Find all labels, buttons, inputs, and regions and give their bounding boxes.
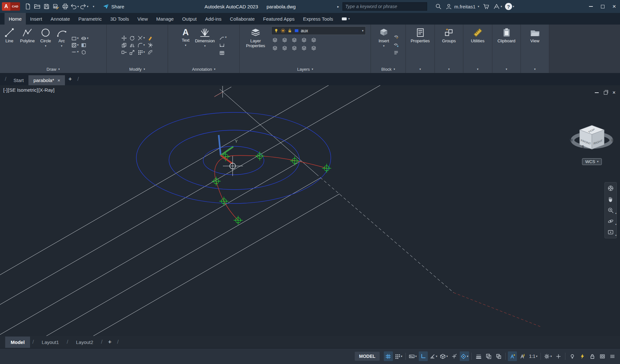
window-maximize-button[interactable] (597, 0, 608, 13)
utilities-panel-expander[interactable]: ▾ (463, 66, 492, 73)
ucs-icon[interactable]: Y (219, 135, 238, 163)
ribbon-tab-home[interactable]: Home (5, 13, 26, 25)
isometric-drafting-button[interactable]: ▾ (439, 351, 449, 361)
utilities-button[interactable]: Utilities (470, 26, 486, 64)
leader-button[interactable]: ▾ (219, 35, 227, 40)
block-panel-expander[interactable]: Block▾ (371, 66, 405, 73)
workspace-caret[interactable]: ▾ (550, 355, 552, 358)
open-file-button[interactable] (33, 2, 41, 11)
scale-button[interactable] (129, 49, 135, 55)
file-tab-start[interactable]: Start (9, 75, 29, 85)
polar-tracking-button[interactable]: ▾ (429, 351, 438, 361)
snap-mode-caret[interactable]: ▾ (401, 355, 403, 358)
move-button[interactable] (121, 35, 127, 41)
save-button[interactable] (42, 2, 51, 11)
viewcube[interactable]: N TOP FRONT RIGHT W E S WCS ▾ (568, 113, 616, 168)
mirror-button[interactable] (129, 42, 135, 48)
line-button[interactable]: Line (3, 26, 16, 64)
drawing-area[interactable]: Y [-] [SE Isometric] [X-Ray] × N TOP FRO… (0, 85, 620, 336)
dimension-button[interactable]: Dimension ▾ (194, 26, 216, 64)
layer-thaw-button[interactable] (291, 45, 297, 51)
qat-customize-button[interactable]: ▾ (89, 2, 98, 11)
dimension-style-button[interactable] (219, 42, 227, 48)
circle-flyout-caret[interactable]: ▾ (45, 45, 47, 47)
view-base-button[interactable]: View (529, 26, 541, 64)
layer-select-combo[interactable]: aux ▾ (271, 26, 366, 35)
layer-properties-button[interactable]: Layer Properties (243, 26, 268, 64)
text-button[interactable]: A Text ▾ (181, 26, 191, 64)
viewport-visual-style-control[interactable]: [X-Ray] (38, 87, 55, 93)
explode-button[interactable] (147, 42, 153, 48)
view-panel-expander[interactable]: ▾ (521, 66, 549, 73)
user-account-button[interactable]: m.freitas1 ▾ (446, 3, 479, 10)
viewport-minimize-button[interactable] (595, 90, 599, 95)
trim-button[interactable]: ▾ (137, 35, 145, 41)
layout-tab-model[interactable]: Model (5, 337, 30, 348)
viewport-view-control[interactable]: [SE Isometric] (8, 87, 38, 93)
insert-block-button[interactable]: Insert ▾ (377, 26, 391, 64)
annotation-scale-caret[interactable]: ▾ (536, 355, 538, 358)
layer-isolate-button[interactable] (282, 37, 288, 43)
model-space-button[interactable]: MODEL (355, 352, 380, 361)
leader-caret[interactable]: ▾ (225, 36, 227, 39)
ribbon-display-toggle[interactable]: ▾ (342, 13, 350, 25)
point-button[interactable]: ▾ (71, 49, 79, 55)
ellipse-button[interactable]: ▾ (81, 36, 89, 41)
annotation-visibility-button[interactable] (508, 351, 517, 361)
layer-walk-button[interactable] (311, 45, 317, 51)
ribbon-tab-featured-apps[interactable]: Featured Apps (259, 13, 299, 25)
annotation-panel-expander[interactable]: Annotation▾ (168, 66, 239, 73)
show-motion-button[interactable]: ▾ (607, 229, 614, 235)
dimension-flyout-caret[interactable]: ▾ (204, 45, 206, 47)
graphics-performance-button[interactable] (578, 351, 587, 361)
hatch-button[interactable]: ▾ (71, 42, 79, 48)
array-caret[interactable]: ▾ (143, 51, 145, 54)
rotate-button[interactable] (129, 35, 135, 41)
viewport-minimize-control[interactable]: [-] (3, 87, 7, 93)
new-layout-button[interactable]: + (105, 338, 115, 346)
customization-menu-button[interactable] (608, 351, 617, 361)
stretch-button[interactable] (121, 49, 127, 55)
transparency-button[interactable] (484, 351, 493, 361)
groups-panel-expander[interactable]: ▾ (435, 66, 463, 73)
polar-tracking-caret[interactable]: ▾ (436, 355, 437, 358)
zoom-flyout-caret[interactable]: ▾ (615, 212, 616, 214)
ribbon-tab-express-tools[interactable]: Express Tools (299, 13, 337, 25)
show-motion-flyout-caret[interactable]: ▾ (615, 234, 616, 236)
help-button[interactable]: ?▾ (505, 2, 514, 11)
dynamic-input-button[interactable]: ▾ (408, 351, 418, 361)
compass-s-label[interactable]: S (582, 145, 584, 149)
search-input[interactable] (342, 2, 427, 11)
zoom-button[interactable]: ▾ (607, 207, 614, 213)
layer-freeze-button[interactable] (291, 37, 297, 43)
clipboard-button[interactable]: Clipboard (496, 26, 517, 64)
isometric-drafting-caret[interactable]: ▾ (446, 355, 448, 358)
new-file-button[interactable] (24, 2, 32, 11)
new-drawing-tab-button[interactable]: + (65, 76, 75, 83)
annotation-autoscale-button[interactable] (518, 351, 527, 361)
redo-dropdown[interactable]: ▾ (87, 5, 89, 8)
arc-button[interactable]: Arc ▾ (55, 26, 68, 64)
viewport-restore-button[interactable] (604, 90, 607, 95)
insert-flyout-caret[interactable]: ▾ (383, 45, 385, 47)
draw-panel-expander[interactable]: Draw▾ (0, 66, 106, 73)
layer-match-button[interactable] (311, 37, 317, 43)
dynamic-input-caret[interactable]: ▾ (415, 355, 417, 358)
layer-make-current-button[interactable] (272, 45, 278, 51)
layer-combo-caret[interactable]: ▾ (362, 29, 363, 32)
manage-attributes-button[interactable] (393, 50, 399, 56)
fillet-button[interactable]: ▾ (137, 42, 145, 48)
point-caret[interactable]: ▾ (77, 50, 79, 53)
ribbon-tab-output[interactable]: Output (178, 13, 201, 25)
snap-mode-button[interactable]: ▾ (394, 351, 404, 361)
table-button[interactable] (219, 50, 227, 56)
polyline-button[interactable]: Polyline (19, 26, 36, 64)
autodesk-apps-button[interactable]: ▾ (493, 2, 502, 11)
file-tab-close-icon[interactable]: × (58, 78, 60, 83)
fillet-caret[interactable]: ▾ (143, 44, 145, 47)
layer-unlock-all-button[interactable] (301, 45, 307, 51)
share-button[interactable]: Share (103, 3, 124, 10)
ribbon-tab-collaborate[interactable]: Collaborate (226, 13, 259, 25)
ribbon-tab-add-ins[interactable]: Add-ins (201, 13, 226, 25)
undo-button[interactable]: ▾ (70, 2, 79, 11)
